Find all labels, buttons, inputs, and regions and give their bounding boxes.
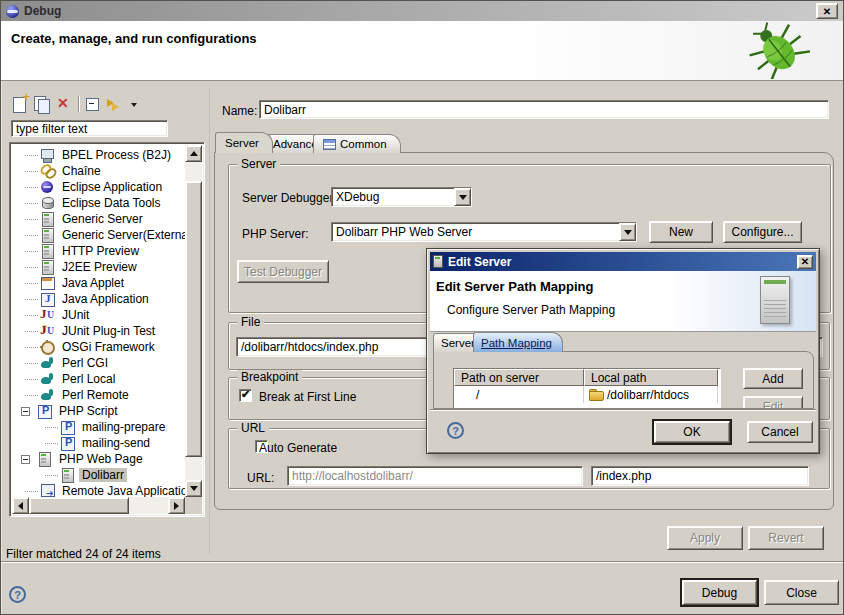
tree-item-bpel-process-b2j[interactable]: BPEL Process (B2J): [12, 147, 185, 163]
scroll-up-icon[interactable]: [185, 145, 202, 162]
tree-item-eclipse-data-tools[interactable]: Eclipse Data Tools: [12, 195, 185, 211]
php-icon: [60, 420, 75, 434]
window-title: Debug: [24, 4, 61, 18]
cancel-button[interactable]: Cancel: [747, 421, 813, 443]
path-mapping-row[interactable]: //dolibarr/htdocs: [454, 386, 720, 403]
tree-item-label: JUnit: [59, 308, 92, 322]
path-mapping-rows: //dolibarr/htdocs: [454, 386, 720, 403]
new-server-button[interactable]: New: [649, 221, 713, 243]
tree-item-label: Dolibarr: [79, 468, 127, 482]
scroll-left-icon[interactable]: [12, 497, 29, 514]
expander-minus-icon[interactable]: [21, 455, 30, 464]
tree-item-label: Generic Server: [59, 212, 146, 226]
ok-button[interactable]: OK: [654, 421, 730, 443]
dropdown-arrow-icon[interactable]: [454, 188, 471, 206]
tree-item-mailing-prepare[interactable]: mailing-prepare: [12, 419, 185, 435]
help-icon[interactable]: [9, 586, 26, 603]
tree-item-dolibarr[interactable]: Dolibarr: [12, 467, 185, 483]
filter-input[interactable]: [12, 121, 167, 136]
tree-item-junit[interactable]: JUnit: [12, 307, 185, 323]
tree-item-remote-java-application[interactable]: Remote Java Application: [12, 483, 185, 497]
add-mapping-button[interactable]: Add: [743, 368, 803, 389]
tree-item-mailing-send[interactable]: mailing-send: [12, 435, 185, 451]
server-icon: [37, 452, 52, 466]
path-mapping-tab-content: Path on server Local path //dolibarr/htd…: [433, 351, 814, 409]
toolbar-separator: [78, 96, 79, 112]
column-path-on-server[interactable]: Path on server: [454, 369, 584, 386]
perl-icon: [40, 388, 55, 402]
tree-item-generic-server[interactable]: Generic Server: [12, 211, 185, 227]
tree-item-eclipse-application[interactable]: Eclipse Application: [12, 179, 185, 195]
window-close-button[interactable]: [816, 3, 838, 19]
tree-item-perl-remote[interactable]: Perl Remote: [12, 387, 185, 403]
dialog-subheading: Configure Server Path Mapping: [447, 303, 615, 317]
configure-server-button[interactable]: Configure...: [723, 221, 802, 243]
server-debugger-label: Server Debugger:: [242, 191, 337, 205]
dialog-button-bar: OK Cancel: [430, 409, 816, 452]
collapse-all-icon[interactable]: [82, 94, 104, 114]
configuration-name-input[interactable]: [260, 101, 828, 118]
filter-launch-configurations-icon[interactable]: [104, 94, 126, 114]
apply-button[interactable]: Apply: [667, 526, 743, 550]
panel-sash[interactable]: [209, 89, 210, 554]
tree-item-cha-ne[interactable]: Chaîne: [12, 163, 185, 179]
tree-horizontal-scrollbar[interactable]: [12, 497, 185, 514]
edit-server-dialog: Edit Server Edit Server Path Mapping Con…: [426, 248, 820, 454]
dialog-help-icon[interactable]: [447, 422, 464, 439]
chain-icon: [40, 164, 55, 178]
debug-button[interactable]: Debug: [682, 580, 757, 605]
tree-item-java-application[interactable]: Java Application: [12, 291, 185, 307]
new-configuration-icon[interactable]: [9, 94, 31, 114]
vertical-scroll-thumb[interactable]: [185, 181, 202, 457]
php-server-select[interactable]: Dolibarr PHP Web Server: [331, 222, 637, 242]
dropdown-arrow-icon[interactable]: [619, 223, 636, 241]
tree-vertical-scrollbar[interactable]: [185, 145, 202, 497]
server-icon: [40, 260, 55, 274]
tree-item-php-script[interactable]: PHP Script: [12, 403, 185, 419]
close-icon: [801, 256, 809, 267]
break-first-line-checkbox[interactable]: [239, 389, 252, 402]
tab-common[interactable]: Common: [313, 134, 401, 153]
tree-item-label: mailing-prepare: [79, 420, 168, 434]
duplicate-configuration-icon[interactable]: [31, 94, 53, 114]
path-mapping-table[interactable]: Path on server Local path //dolibarr/htd…: [453, 368, 721, 409]
tree-item-label: mailing-send: [79, 436, 153, 450]
path-mapping-table-header[interactable]: Path on server Local path: [454, 369, 720, 386]
tree-item-perl-cgi[interactable]: Perl CGI: [12, 355, 185, 371]
scroll-right-icon[interactable]: [168, 497, 185, 514]
tree-item-http-preview[interactable]: HTTP Preview: [12, 243, 185, 259]
url-path-input[interactable]: [592, 467, 808, 485]
php-icon: [37, 404, 52, 418]
tree-item-perl-local[interactable]: Perl Local: [12, 371, 185, 387]
filter-menu-dropdown-icon[interactable]: [126, 94, 138, 114]
column-local-path[interactable]: Local path: [584, 369, 718, 386]
dialog-tab-path-mapping[interactable]: Path Mapping: [473, 332, 563, 352]
tab-server[interactable]: Server: [215, 132, 273, 153]
edit-server-close-button[interactable]: [797, 255, 813, 269]
horizontal-scroll-thumb[interactable]: [29, 497, 129, 514]
close-button[interactable]: Close: [764, 580, 839, 605]
folder-icon: [589, 389, 603, 400]
delete-configuration-icon[interactable]: [53, 94, 75, 114]
url-base-input[interactable]: [288, 467, 582, 485]
dialog-banner: Create, manage, and run configurations: [1, 21, 843, 81]
tree-item-generic-server-external-la[interactable]: Generic Server(External La: [12, 227, 185, 243]
window-titlebar[interactable]: Debug: [1, 1, 843, 21]
tree-item-label: Perl Remote: [59, 388, 132, 402]
edit-server-titlebar[interactable]: Edit Server: [430, 252, 816, 271]
scroll-down-icon[interactable]: [185, 480, 202, 497]
expander-minus-icon[interactable]: [21, 407, 30, 416]
tree-item-osgi-framework[interactable]: OSGi Framework: [12, 339, 185, 355]
tree-item-label: Java Application: [59, 292, 152, 306]
revert-button[interactable]: Revert: [748, 526, 824, 550]
server-icon: [433, 255, 443, 268]
server-debugger-select[interactable]: XDebug: [331, 187, 472, 207]
test-debugger-button[interactable]: Test Debugger: [237, 260, 329, 283]
edit-mapping-button[interactable]: Edit: [743, 396, 803, 409]
tree-item-php-web-page[interactable]: PHP Web Page: [12, 451, 185, 467]
tree-item-java-applet[interactable]: Java Applet: [12, 275, 185, 291]
tree-item-label: Java Applet: [59, 276, 127, 290]
tree-item-j2ee-preview[interactable]: J2EE Preview: [12, 259, 185, 275]
tab-server-label: Server: [225, 137, 259, 149]
tree-item-junit-plug-in-test[interactable]: JUnit Plug-in Test: [12, 323, 185, 339]
